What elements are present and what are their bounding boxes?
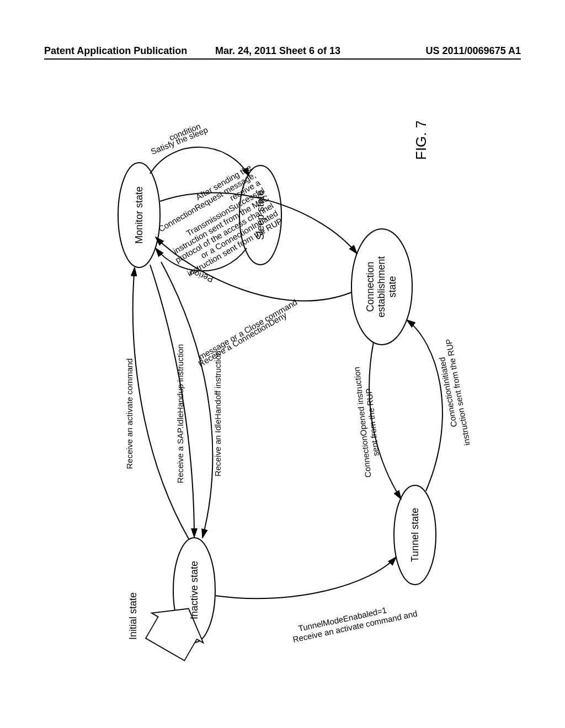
label-initial: Initial state xyxy=(127,592,138,640)
label-connest1: Connection xyxy=(365,261,376,312)
figure-label: FIG. 7 xyxy=(413,121,429,160)
header-rule xyxy=(44,58,521,60)
header-center: Mar. 24, 2011 Sheet 6 of 13 xyxy=(215,45,340,57)
label-inactive: Inactive state xyxy=(189,561,200,619)
elabel-idlehandoff: Receive an IdleHandoff instruction xyxy=(213,351,222,477)
header-left: Patent Application Publication xyxy=(44,45,187,57)
edge-monitor-inactive-2 xyxy=(161,262,212,538)
label-monitor: Monitor state xyxy=(134,186,145,244)
elabel-activate: Receive an activate command xyxy=(125,358,134,469)
label-tunnel: Tunnel state xyxy=(409,508,420,562)
state-diagram: Initial state Inactive state Monitor sta… xyxy=(73,121,492,673)
elabel-deny-2: message or a Close command xyxy=(197,297,299,361)
edge-inactive-tunnel xyxy=(215,557,396,598)
header-right: US 2011/0069675 A1 xyxy=(426,45,521,57)
edge-tunnel-connest xyxy=(407,320,443,491)
label-connest2: establishment xyxy=(376,256,387,317)
label-connest3: state xyxy=(387,276,398,297)
elabel-sap: Receive a SAP.IdleHandup instruction xyxy=(175,344,185,483)
edge-monitor-inactive-1 xyxy=(150,265,194,537)
